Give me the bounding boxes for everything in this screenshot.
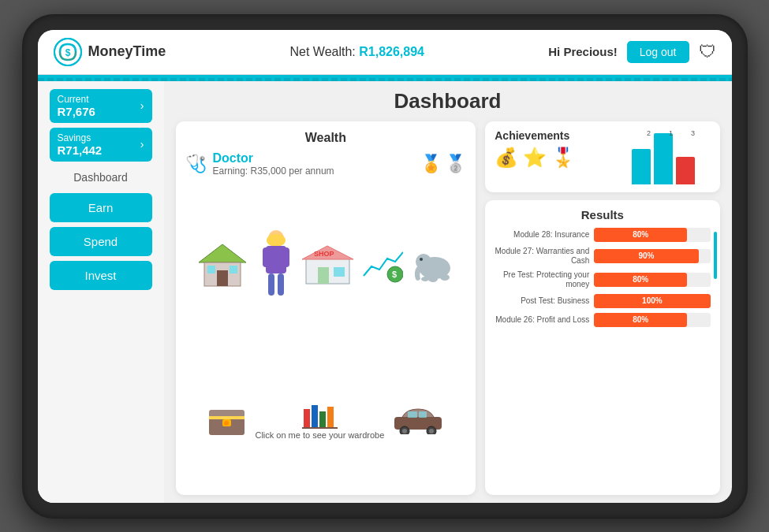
result-percent: 100%: [642, 296, 663, 305]
svg-rect-11: [263, 247, 269, 267]
result-bar-container: 100%: [594, 294, 710, 308]
bar-2: [632, 149, 651, 184]
logo-text: MoneyTime: [88, 43, 166, 60]
svg-marker-3: [199, 244, 246, 262]
elephant-illustration: [409, 244, 457, 284]
svg-point-40: [402, 429, 407, 433]
result-percent: 80%: [633, 275, 648, 284]
achievement-icons: 💰 ⭐ 🎖️: [495, 147, 623, 169]
result-row: Module 26: Profit and Loss80%: [495, 313, 710, 327]
result-label: Module 27: Warranties and Cash: [495, 247, 589, 266]
result-row: Pre Test: Protecting your money80%: [495, 270, 710, 289]
result-bar-container: 90%: [594, 249, 710, 263]
svg-rect-37: [302, 427, 338, 429]
character-illustration: [256, 229, 296, 299]
result-bar-container: 80%: [594, 228, 710, 242]
svg-point-25: [440, 274, 450, 281]
result-percent: 80%: [633, 315, 648, 324]
savings-amount: R71,442: [58, 143, 103, 157]
tablet-screen: $ MoneyTime Net Wealth: R1,826,894 Hi Pr…: [38, 30, 732, 503]
bar-label-2: 2: [640, 129, 659, 137]
results-rows: Module 28: Insurance80%Module 27: Warran…: [495, 228, 710, 327]
main-content: Current R7,676 › Savings R71,442 › Dashb…: [38, 81, 732, 503]
wealth-title: Wealth: [185, 131, 467, 145]
current-balance-button[interactable]: Current R7,676 ›: [50, 89, 152, 123]
star-icon: ⭐: [523, 147, 547, 169]
net-wealth: Net Wealth: R1,826,894: [289, 45, 424, 59]
scroll-indicator[interactable]: [714, 232, 717, 279]
result-row: Module 27: Warranties and Cash90%: [495, 247, 710, 266]
results-card: Results Module 28: Insurance80%Module 27…: [485, 200, 719, 495]
svg-rect-36: [327, 407, 334, 428]
svg-point-24: [420, 258, 423, 261]
current-amount: R7,676: [58, 105, 95, 118]
savings-label: Savings: [58, 132, 103, 143]
logo-area: $ MoneyTime: [54, 38, 166, 66]
results-title: Results: [495, 208, 710, 221]
achievements-title: Achievements: [495, 129, 623, 142]
books-illustration: [302, 397, 338, 429]
result-bar: 90%: [594, 249, 699, 263]
bar-3: [676, 157, 695, 184]
medal-icons: 🏅 🥈: [420, 154, 466, 174]
bar-label-3: 3: [684, 129, 703, 137]
result-bar: 80%: [594, 313, 687, 327]
content-area: Dashboard Wealth 🩺 Doctor Earning: R35,0…: [164, 81, 732, 503]
sidebar-item-dashboard[interactable]: Dashboard: [73, 166, 128, 188]
header-right: Hi Precious! Log out 🛡: [548, 41, 715, 63]
teal-banner: [38, 75, 732, 81]
sidebar-item-spend[interactable]: Spend: [50, 227, 152, 256]
result-percent: 90%: [638, 251, 654, 260]
logo-icon: $: [54, 38, 82, 66]
achievements-left: Achievements 💰 ⭐ 🎖️: [495, 129, 623, 184]
svg-rect-33: [304, 409, 310, 428]
svg-rect-34: [312, 405, 318, 428]
result-bar-container: 80%: [594, 313, 710, 327]
svg-rect-43: [408, 411, 417, 418]
chevron-right-icon: ›: [140, 138, 144, 151]
doctor-info: 🩺 Doctor Earning: R35,000 per annum 🏅 🥈: [185, 151, 467, 177]
bar-label-1: 1: [662, 129, 681, 137]
doctor-name: Doctor: [213, 151, 334, 166]
svg-point-32: [224, 421, 229, 426]
medal-gold-icon: 🏅: [420, 154, 442, 174]
result-bar: 100%: [594, 294, 710, 308]
content-grid: Wealth 🩺 Doctor Earning: R35,000 per ann…: [176, 121, 720, 495]
header: $ MoneyTime Net Wealth: R1,826,894 Hi Pr…: [38, 30, 732, 75]
result-label: Module 26: Profit and Loss: [495, 315, 589, 325]
result-label: Module 28: Insurance: [495, 230, 589, 240]
svg-rect-35: [319, 411, 326, 428]
wardrobe-area[interactable]: Click on me to see your wardrobe: [255, 397, 384, 440]
svg-rect-12: [283, 247, 289, 267]
result-label: Pre Test: Protecting your money: [495, 270, 589, 289]
doctor-earning: Earning: R35,000 per annum: [213, 166, 334, 177]
result-row: Module 28: Insurance80%: [495, 228, 710, 242]
svg-point-9: [267, 234, 286, 247]
sidebar-item-earn[interactable]: Earn: [50, 193, 152, 222]
svg-point-42: [429, 429, 434, 433]
bar-1: [654, 133, 673, 184]
logout-button[interactable]: Log out: [627, 41, 689, 63]
svg-point-27: [421, 277, 429, 281]
result-bar-container: 80%: [594, 273, 710, 287]
page-title: Dashboard: [176, 89, 720, 113]
greeting-text: Hi Precious!: [548, 45, 618, 58]
svg-rect-30: [209, 416, 245, 419]
doctor-icon: 🩺: [185, 154, 207, 174]
sidebar-item-invest[interactable]: Invest: [50, 261, 152, 290]
savings-balance-button[interactable]: Savings R71,442 ›: [50, 128, 152, 162]
wardrobe-text[interactable]: Click on me to see your wardrobe: [255, 430, 384, 440]
result-row: Post Test: Business100%: [495, 294, 710, 308]
svg-rect-6: [207, 266, 215, 273]
result-label: Post Test: Business: [495, 296, 589, 306]
svg-text:SHOP: SHOP: [314, 250, 334, 258]
result-bar: 80%: [594, 273, 687, 287]
shield-icon: 🛡: [699, 42, 716, 62]
house-illustration: [195, 240, 250, 288]
svg-text:$: $: [392, 270, 397, 279]
svg-rect-17: [318, 267, 329, 284]
svg-rect-18: [334, 267, 345, 277]
achievements-card: Achievements 💰 ⭐ 🎖️ 2: [485, 121, 719, 192]
current-label: Current: [58, 94, 95, 105]
svg-text:$: $: [65, 47, 70, 58]
